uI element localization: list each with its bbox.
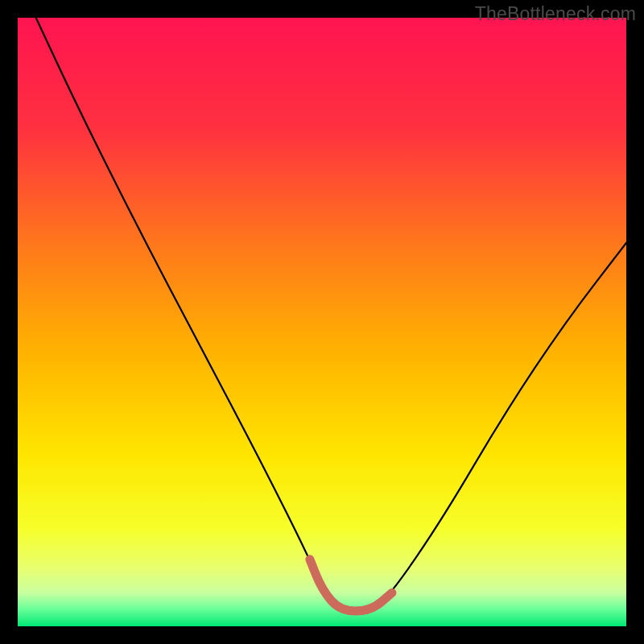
chart-svg [18,18,626,626]
plot-area [18,18,626,626]
watermark-text: TheBottleneck.com [475,3,636,25]
chart-frame: TheBottleneck.com [0,0,644,644]
gradient-background [18,18,626,626]
